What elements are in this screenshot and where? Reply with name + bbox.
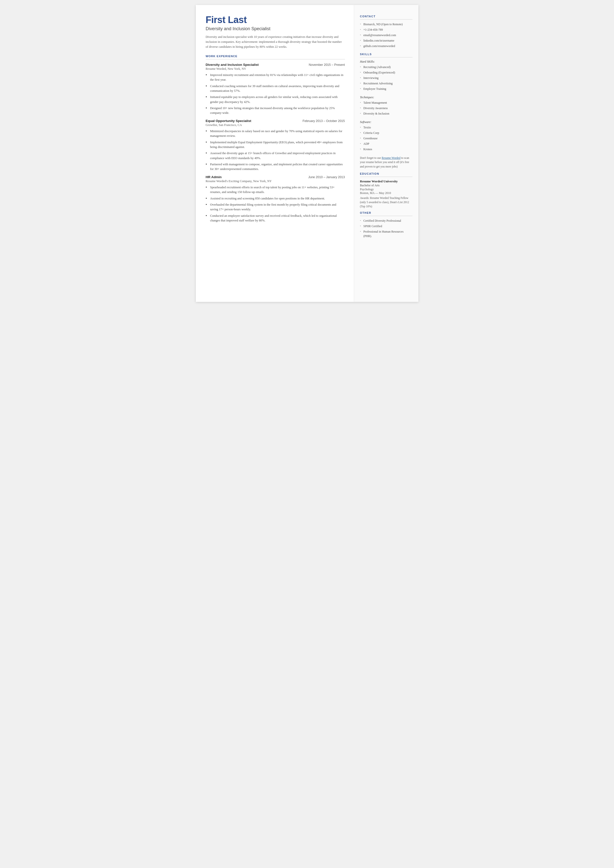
other-divider <box>360 216 412 216</box>
skill-diversity-awareness: Diversity Awareness <box>360 106 412 110</box>
resume-page: First Last Diversity and Inclusion Speci… <box>196 5 419 302</box>
skill-kronos: Kronos <box>360 147 412 151</box>
job-1-bullet-3: Initiated equitable pay to employees acr… <box>206 95 345 104</box>
job-1-dates: November 2015 – Present <box>309 63 345 67</box>
job-1: Diversity and Inclusion Specialist Novem… <box>206 63 345 116</box>
job-1-bullet-2: Conducted coaching seminars for 39 staff… <box>206 84 345 93</box>
contact-email: email@resumeworded.com <box>360 33 412 37</box>
contact-location: Bismarck, ND (Open to Remote) <box>360 22 412 26</box>
job-2-bullet-2: Implemented multiple Equal Employment Op… <box>206 140 345 150</box>
job-title-header: Diversity and Inclusion Specialist <box>206 26 345 31</box>
skill-adp: ADP <box>360 141 412 146</box>
job-2-header: Equal Opportunity Specialist February 20… <box>206 119 345 123</box>
job-2-company: Growthsi, San Francisco, CA <box>206 123 345 127</box>
hard-skills-label: Hard SKills: <box>360 60 412 64</box>
other-item-1: Certified Diversity Professional <box>360 219 412 223</box>
job-1-header: Diversity and Inclusion Specialist Novem… <box>206 63 345 67</box>
edu-institution: Resume Worded University <box>360 179 412 183</box>
job-3-company: Resume Worded's Exciting Company, New Yo… <box>206 179 345 183</box>
job-1-bullet-4: Designed 10+ new hiring strategies that … <box>206 106 345 116</box>
other-item-3: Professional in Human Resources (PHR). <box>360 229 412 238</box>
contact-list: Bismarck, ND (Open to Remote) +1-234-456… <box>360 22 412 48</box>
work-experience-divider <box>206 59 345 59</box>
job-3-dates: June 2010 – January 2013 <box>308 175 345 179</box>
job-3-title: HR Admin <box>206 175 222 179</box>
skills-divider <box>360 57 412 57</box>
job-3-header: HR Admin June 2010 – January 2013 <box>206 175 345 179</box>
techniques-list: Talent Management Diversity Awareness Di… <box>360 101 412 116</box>
education-divider <box>360 177 412 177</box>
edu-field: Psychology <box>360 188 412 191</box>
job-2-dates: February 2013 – October 2015 <box>303 119 345 123</box>
skill-employee-training: Employee Training <box>360 87 412 91</box>
skill-greenhouse: Greenhouse <box>360 136 412 141</box>
job-3-bullet-2: Assisted in recruiting and screening 850… <box>206 196 345 201</box>
skill-interviewing: Interviewing <box>360 76 412 80</box>
job-2-bullet-4: Partnered with management to compose, or… <box>206 162 345 172</box>
job-1-title: Diversity and Inclusion Specialist <box>206 63 259 67</box>
skill-talent-management: Talent Management <box>360 101 412 105</box>
other-item-2: SPHR Certified <box>360 224 412 228</box>
promo-prefix: Don't forget to use <box>360 156 382 159</box>
promo-text: Don't forget to use Resume Worded to sca… <box>360 156 412 169</box>
software-list: Textio Criteria Corp Greenhouse ADP Kron… <box>360 125 412 151</box>
job-3-bullet-1: Spearheaded recruitment efforts in searc… <box>206 185 345 195</box>
skill-recruitment-advertising: Recruitment Advertising <box>360 81 412 85</box>
job-1-bullet-1: Improved minority recruitment and retent… <box>206 73 345 82</box>
job-3-bullets: Spearheaded recruitment efforts in searc… <box>206 185 345 223</box>
education-section-label: EDUCATION <box>360 172 412 175</box>
contact-linkedin: linkedin.com/in/username <box>360 38 412 43</box>
skill-onboarding: Onboarding (Experienced) <box>360 70 412 75</box>
contact-phone: +1-234-456-789 <box>360 28 412 32</box>
job-1-bullets: Improved minority recruitment and retent… <box>206 73 345 116</box>
contact-github: github.com/resumeworded <box>360 44 412 48</box>
software-label: Software: <box>360 120 412 124</box>
skill-criteria-corp: Criteria Corp <box>360 130 412 135</box>
skill-recruiting: Recruiting (Advanced) <box>360 65 412 69</box>
contact-section-label: CONTACT <box>360 15 412 18</box>
skill-diversity-inclusion: Diversity & Inclusion <box>360 111 412 116</box>
job-1-company: Resume Worded, New York, NY <box>206 67 345 71</box>
job-2-title: Equal Opportunity Specialist <box>206 119 251 123</box>
right-column: CONTACT Bismarck, ND (Open to Remote) +1… <box>354 5 419 302</box>
other-section-label: OTHER <box>360 211 412 214</box>
name-block: First Last <box>206 15 345 25</box>
contact-divider <box>360 19 412 20</box>
promo-link[interactable]: Resume Worded <box>382 156 401 159</box>
summary-text: Diversity and inclusion specialist with … <box>206 34 345 49</box>
left-column: First Last Diversity and Inclusion Speci… <box>196 5 354 302</box>
job-3-bullet-3: Overhauled the departmental filing syste… <box>206 202 345 212</box>
job-2-bullets: Minimized discrepancies in salary based … <box>206 129 345 172</box>
edu-location: Boston, MA — May 2010 <box>360 191 412 195</box>
skills-section-label: SKILLS <box>360 53 412 56</box>
skill-textio: Textio <box>360 125 412 130</box>
hard-skills-list: Recruiting (Advanced) Onboarding (Experi… <box>360 65 412 91</box>
work-experience-label: WORK EXPERIENCE <box>206 55 345 57</box>
edu-degree: Bachelor of Arts <box>360 183 412 187</box>
full-name: First Last <box>206 15 345 25</box>
edu-awards: Awards: Resume Worded Teaching Fellow (o… <box>360 196 412 209</box>
techniques-label: Techniques: <box>360 96 412 99</box>
job-3: HR Admin June 2010 – January 2013 Resume… <box>206 175 345 223</box>
job-2-bullet-1: Minimized discrepancies in salary based … <box>206 129 345 138</box>
job-2-bullet-3: Assessed the diversity gaps at 15+ branc… <box>206 151 345 161</box>
other-list: Certified Diversity Professional SPHR Ce… <box>360 219 412 238</box>
job-3-bullet-4: Conducted an employee satisfaction surve… <box>206 214 345 223</box>
job-2: Equal Opportunity Specialist February 20… <box>206 119 345 172</box>
